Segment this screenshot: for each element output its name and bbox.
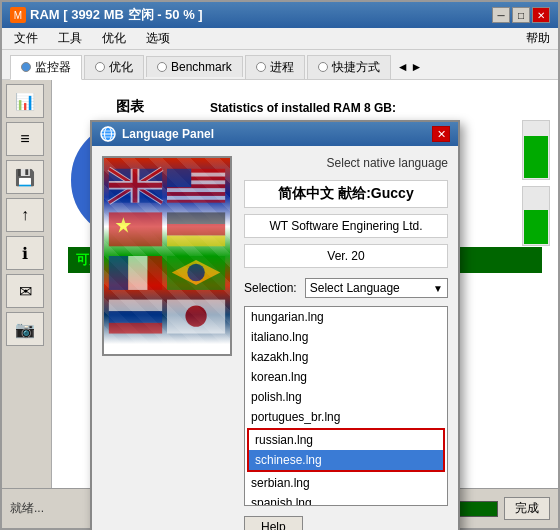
menu-items: 文件 工具 优化 选项 (10, 29, 174, 48)
tab-optimize[interactable]: 优化 (84, 55, 144, 79)
select-native-label: Select native language (244, 156, 448, 170)
info-box-company: WT Software Enginering Ltd. (244, 214, 448, 238)
sidebar: 📊 ≡ 💾 ↑ ℹ ✉ 📷 (2, 80, 52, 488)
sidebar-btn-up[interactable]: ↑ (6, 198, 44, 232)
version-text: Ver. 20 (327, 249, 364, 263)
menu-optimize[interactable]: 优化 (98, 29, 130, 48)
chinese-name: 简体中文 献给:Guccy (253, 185, 439, 203)
help-area: Help (244, 516, 448, 530)
list-item-korean[interactable]: korean.lng (245, 367, 447, 387)
tab-nav-left[interactable]: ◄ (397, 60, 409, 74)
menu-help[interactable]: 帮助 (526, 30, 550, 47)
tab-benchmark-radio (157, 62, 167, 72)
app-title: RAM [ 3992 MB 空闲 - 50 % ] (30, 6, 203, 24)
menu-file[interactable]: 文件 (10, 29, 42, 48)
tab-process[interactable]: 进程 (245, 55, 305, 79)
dropdown-display[interactable]: Select Language ▼ (305, 278, 448, 298)
list-item-portugues[interactable]: portugues_br.lng (245, 407, 447, 427)
tab-optimize-label: 优化 (109, 59, 133, 76)
maximize-button[interactable]: □ (512, 7, 530, 23)
bar-chart-1 (522, 120, 550, 180)
tab-monitor-label: 监控器 (35, 59, 71, 76)
menu-options[interactable]: 选项 (142, 29, 174, 48)
sidebar-btn-info[interactable]: ℹ (6, 236, 44, 270)
svg-rect-29 (109, 256, 128, 290)
tab-benchmark-label: Benchmark (171, 60, 232, 74)
dialog-title-left: Language Panel (100, 126, 214, 142)
dropdown-list[interactable]: hungarian.lng italiano.lng kazakh.lng ko… (244, 306, 448, 506)
svg-rect-24 (109, 212, 162, 246)
tab-benchmark[interactable]: Benchmark (146, 56, 243, 77)
flags-overlay (104, 158, 230, 354)
tab-process-radio (256, 62, 266, 72)
svg-point-39 (185, 305, 206, 326)
svg-rect-35 (109, 300, 162, 312)
app-icon: M (10, 7, 26, 23)
finish-button[interactable]: 完成 (504, 497, 550, 520)
list-item-russian[interactable]: russian.lng (249, 430, 443, 450)
sidebar-btn-chart[interactable]: 📊 (6, 84, 44, 118)
minimize-button[interactable]: ─ (492, 7, 510, 23)
close-button[interactable]: ✕ (532, 7, 550, 23)
tab-process-label: 进程 (270, 59, 294, 76)
bar-fill-2 (524, 210, 548, 244)
dialog-close-button[interactable]: ✕ (432, 126, 450, 142)
svg-rect-26 (167, 212, 225, 224)
list-item-polish[interactable]: polish.lng (245, 387, 447, 407)
dialog-right: Select native language 简体中文 献给:Guccy WT … (244, 156, 448, 530)
list-item-serbian[interactable]: serbian.lng (245, 473, 447, 493)
svg-point-34 (187, 264, 204, 281)
list-item-kazakh[interactable]: kazakh.lng (245, 347, 447, 367)
svg-rect-28 (167, 236, 225, 247)
list-item-hungarian[interactable]: hungarian.lng (245, 307, 447, 327)
svg-rect-30 (128, 256, 147, 290)
sidebar-btn-mail[interactable]: ✉ (6, 274, 44, 308)
red-border-section: russian.lng schinese.lng (247, 428, 445, 472)
dropdown-arrow-icon: ▼ (433, 283, 443, 294)
tab-shortcuts-radio (318, 62, 328, 72)
menu-tools[interactable]: 工具 (54, 29, 86, 48)
tab-optimize-radio (95, 62, 105, 72)
svg-rect-31 (148, 256, 163, 290)
selection-row: Selection: Select Language ▼ (244, 278, 448, 298)
language-panel: Language Panel ✕ (90, 120, 460, 530)
svg-rect-27 (167, 224, 225, 236)
svg-rect-22 (167, 196, 225, 200)
svg-rect-23 (167, 169, 191, 187)
sidebar-btn-save[interactable]: 💾 (6, 160, 44, 194)
dropdown-selected-text: Select Language (310, 281, 433, 295)
help-dialog-button[interactable]: Help (244, 516, 303, 530)
sidebar-btn-camera[interactable]: 📷 (6, 312, 44, 346)
list-item-italiano[interactable]: italiano.lng (245, 327, 447, 347)
dialog-title-bar: Language Panel ✕ (92, 122, 458, 146)
tab-shortcuts[interactable]: 快捷方式 (307, 55, 391, 79)
title-bar: M RAM [ 3992 MB 空闲 - 50 % ] ─ □ ✕ (2, 2, 558, 28)
dropdown-wrapper: Select Language ▼ (305, 278, 448, 298)
bar-charts (522, 120, 550, 246)
tab-monitor-radio (21, 62, 31, 72)
svg-rect-36 (109, 311, 162, 323)
menu-bar: 文件 工具 优化 选项 帮助 (2, 28, 558, 50)
tab-bar: 监控器 优化 Benchmark 进程 快捷方式 ◄ ► (2, 50, 558, 80)
info-box-name: 简体中文 献给:Guccy (244, 180, 448, 208)
tab-nav-right[interactable]: ► (411, 60, 423, 74)
bar-chart-2 (522, 186, 550, 246)
dialog-title-text: Language Panel (122, 127, 214, 141)
globe-icon (100, 126, 116, 142)
title-bar-left: M RAM [ 3992 MB 空闲 - 50 % ] (10, 6, 203, 24)
stats-title: Statistics of installed RAM 8 GB: (210, 98, 396, 120)
company-text: WT Software Enginering Ltd. (269, 219, 422, 233)
tab-shortcuts-label: 快捷方式 (332, 59, 380, 76)
svg-rect-21 (167, 188, 225, 192)
flags-image (102, 156, 232, 356)
bar-fill-1 (524, 136, 548, 178)
chart-label: 图表 (70, 98, 190, 116)
dropdown-list-area: hungarian.lng italiano.lng kazakh.lng ko… (244, 306, 448, 506)
list-item-spanish[interactable]: spanish.lng (245, 493, 447, 506)
tab-monitor[interactable]: 监控器 (10, 55, 82, 80)
selection-label: Selection: (244, 281, 297, 295)
sidebar-btn-list[interactable]: ≡ (6, 122, 44, 156)
bottom-status: 就绪... (10, 500, 44, 517)
list-item-schinese[interactable]: schinese.lng (249, 450, 443, 470)
info-box-version: Ver. 20 (244, 244, 448, 268)
